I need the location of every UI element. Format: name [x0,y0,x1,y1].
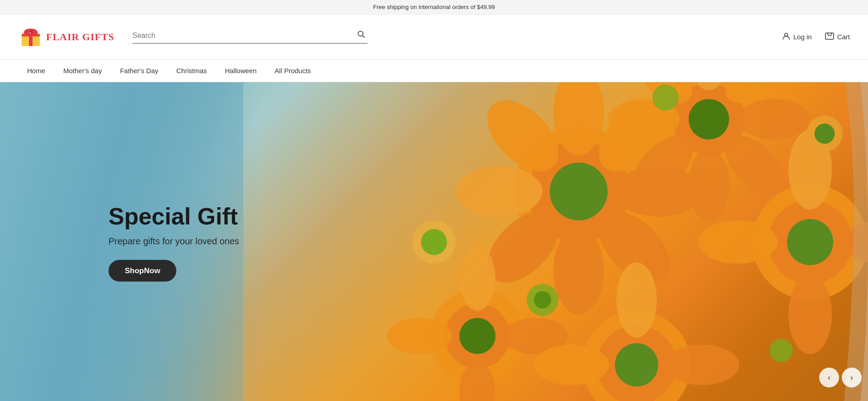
carousel-next-button[interactable]: › [842,368,862,387]
shop-now-button[interactable]: ShopNow [108,260,176,282]
svg-point-43 [459,318,495,354]
svg-point-53 [615,343,658,387]
svg-point-61 [769,339,793,362]
cart-label: Cart [837,33,850,41]
svg-point-56 [534,345,609,385]
logo-icon: ♥ [18,24,43,50]
chevron-right-icon: › [850,373,853,382]
hero-subtitle: Prepare gifts for your loved ones [108,236,239,247]
nav-item-halloween[interactable]: Halloween [216,61,266,81]
svg-rect-3 [22,34,40,36]
svg-point-38 [788,275,832,354]
svg-line-9 [362,36,364,38]
nav-item-all-products[interactable]: All Products [266,61,320,81]
cart-button[interactable]: Cart [825,32,850,42]
svg-point-14 [550,163,608,220]
svg-point-46 [387,318,452,354]
search-area [132,30,368,44]
header: ♥ FLAIR GIFTS L [0,14,868,60]
svg-point-27 [689,148,729,220]
nav-item-fathers-day[interactable]: Father's Day [111,61,167,81]
hero-section: Special Gift Prepare gifts for your love… [0,82,868,401]
svg-point-65 [421,229,447,255]
login-button[interactable]: Log in [782,32,812,42]
svg-point-17 [456,166,542,217]
search-input-wrapper [132,30,368,44]
svg-point-36 [787,219,833,265]
nav-item-christmas[interactable]: Christmas [167,61,216,81]
svg-point-59 [534,291,551,308]
search-icon-btn[interactable] [355,30,368,41]
svg-point-54 [616,262,657,337]
svg-point-67 [815,124,835,144]
carousel-prev-button[interactable]: ‹ [819,368,839,387]
hero-flowers-svg [217,82,868,401]
svg-text:♥: ♥ [29,32,31,34]
svg-point-25 [689,99,729,140]
search-icon [357,32,366,41]
navbar: Home Mother's day Father's Day Christmas… [0,60,868,82]
nav-item-mothers-day[interactable]: Mother's day [54,61,111,81]
svg-point-44 [459,246,495,311]
cart-icon [825,32,835,42]
hero-content: Special Gift Prepare gifts for your love… [108,203,239,282]
announcement-bar: Free shipping on international orders of… [0,0,868,14]
logo-text: FLAIR GIFTS [46,31,114,43]
svg-rect-11 [826,33,834,39]
svg-point-29 [738,99,810,140]
svg-point-39 [698,220,778,264]
svg-point-60 [652,84,679,111]
user-icon [782,32,791,42]
chevron-left-icon: ‹ [828,373,830,382]
hero-title: Special Gift [108,203,239,230]
login-label: Log in [793,33,812,41]
nav-item-home[interactable]: Home [18,61,54,81]
header-actions: Log in Cart [782,32,850,42]
search-input[interactable] [132,32,355,40]
svg-point-16 [553,228,604,314]
svg-point-57 [664,345,739,385]
announcement-text: Free shipping on international orders of… [373,4,495,10]
logo-link[interactable]: ♥ FLAIR GIFTS [18,24,114,50]
